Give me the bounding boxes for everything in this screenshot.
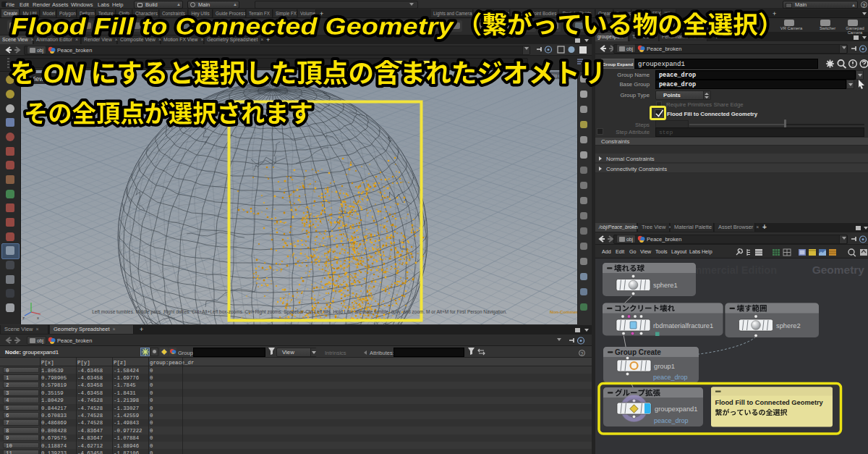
svg-text:peace_drop: peace_drop xyxy=(653,374,688,381)
svg-text:Group Create: Group Create xyxy=(615,348,661,356)
svg-text:peace_drop: peace_drop xyxy=(654,417,689,424)
svg-text:x: x xyxy=(37,316,39,320)
svg-text:sphere1: sphere1 xyxy=(653,282,678,289)
svg-text:group1: group1 xyxy=(654,363,675,370)
svg-text:Non-Commercial Edition: Non-Commercial Edition xyxy=(550,309,577,314)
svg-text:No cam: No cam xyxy=(551,73,567,78)
svg-text:groupexpand1: groupexpand1 xyxy=(655,405,697,413)
svg-text:z: z xyxy=(22,316,25,320)
svg-text:rbdmaterialfracture1: rbdmaterialfracture1 xyxy=(653,322,713,329)
svg-text:Left mouse tumbles. Middle pan: Left mouse tumbles. Middle pans. Right d… xyxy=(92,309,507,315)
svg-text:View: View xyxy=(30,75,44,83)
svg-text:sphere2: sphere2 xyxy=(776,322,801,329)
svg-text:Geometry: Geometry xyxy=(812,264,865,276)
svg-text:Flood Fill to Connected Geomet: Flood Fill to Connected Geometry xyxy=(715,399,824,406)
